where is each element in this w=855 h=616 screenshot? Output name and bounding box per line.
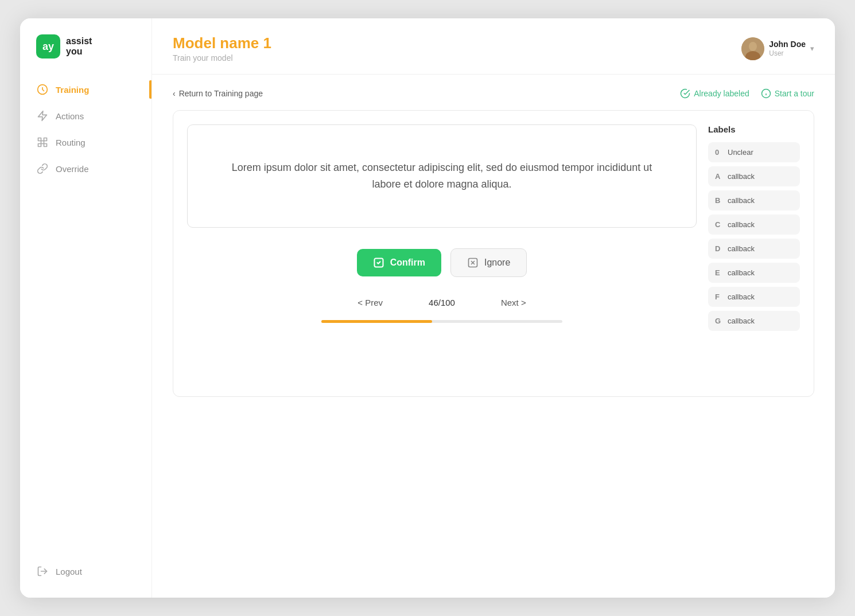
next-button[interactable]: Next > (501, 298, 526, 307)
tour-icon (761, 88, 771, 99)
model-name: Model name 1 (173, 34, 271, 52)
svg-point-4 (749, 42, 757, 51)
prev-button[interactable]: < Prev (357, 298, 383, 307)
label-item-c[interactable]: C callback (708, 215, 800, 235)
user-name: John Doe (769, 40, 806, 49)
back-link-label: Return to Training page (179, 89, 263, 98)
sidebar-item-routing[interactable]: Routing (27, 130, 145, 155)
back-arrow-icon: ‹ (173, 89, 176, 98)
logout-button[interactable]: Logout (27, 559, 145, 584)
ignore-icon (467, 257, 479, 268)
already-labeled-button[interactable]: Already labeled (680, 88, 749, 99)
header-left: Model name 1 Train your model (173, 34, 271, 63)
sidebar-bottom: Logout (20, 559, 151, 584)
main-content: Model name 1 Train your model John Doe U… (152, 18, 835, 598)
page-count: 46/100 (429, 298, 455, 307)
start-tour-button[interactable]: Start a tour (761, 88, 814, 99)
avatar (741, 37, 764, 60)
back-link[interactable]: ‹ Return to Training page (173, 89, 263, 98)
label-item-d[interactable]: D callback (708, 239, 800, 259)
model-subtitle: Train your model (173, 53, 271, 63)
header-right: John Doe User ▾ (741, 37, 814, 60)
logo-icon: ay (36, 34, 60, 59)
logout-icon (36, 565, 49, 578)
label-item-a[interactable]: A callback (708, 166, 800, 186)
labels-panel: Labels 0 Unclear A callback B callback (708, 124, 800, 383)
label-item-0[interactable]: 0 Unclear (708, 142, 800, 162)
routing-icon (36, 136, 49, 149)
label-item-b[interactable]: B callback (708, 190, 800, 210)
action-buttons: Confirm Ignore (357, 248, 527, 277)
ignore-button[interactable]: Ignore (450, 248, 527, 277)
actions-icon (36, 110, 49, 122)
sidebar: ay assist you Training (20, 18, 152, 598)
pagination-row: < Prev 46/100 Next > (357, 298, 526, 314)
breadcrumb-actions: Already labeled Start a tour (680, 88, 814, 99)
user-info: John Doe User (769, 40, 806, 57)
breadcrumb-row: ‹ Return to Training page Already labele… (173, 88, 814, 99)
sidebar-item-override[interactable]: Override (27, 156, 145, 181)
sidebar-nav: Training Actions Routing (20, 77, 151, 559)
label-item-f[interactable]: F callback (708, 287, 800, 307)
label-item-e[interactable]: E callback (708, 263, 800, 283)
user-role: User (769, 49, 806, 57)
page-content: ‹ Return to Training page Already labele… (152, 75, 835, 598)
confirm-icon (373, 257, 384, 268)
already-labeled-icon (680, 88, 690, 99)
logo-text: assist you (66, 36, 92, 56)
label-content: Lorem ipsum dolor sit amet, consectetur … (187, 124, 697, 383)
label-item-g[interactable]: G callback (708, 311, 800, 331)
card-area: Lorem ipsum dolor sit amet, consectetur … (173, 110, 814, 397)
sidebar-logo: ay assist you (20, 34, 151, 77)
confirm-button[interactable]: Confirm (357, 249, 441, 276)
app-wrapper: ay assist you Training (20, 18, 835, 598)
chevron-down-icon[interactable]: ▾ (810, 44, 814, 53)
sidebar-item-actions[interactable]: Actions (27, 103, 145, 128)
override-icon (36, 162, 49, 175)
text-card: Lorem ipsum dolor sit amet, consectetur … (187, 124, 697, 228)
progress-bar (321, 320, 562, 323)
svg-marker-1 (38, 111, 47, 121)
sample-text: Lorem ipsum dolor sit amet, consectetur … (222, 159, 662, 193)
avatar-image (741, 37, 764, 60)
progress-bar-fill (321, 320, 432, 323)
sidebar-item-training[interactable]: Training (27, 77, 145, 102)
training-icon (36, 83, 49, 96)
main-header: Model name 1 Train your model John Doe U… (152, 18, 835, 75)
labels-title: Labels (708, 124, 800, 134)
